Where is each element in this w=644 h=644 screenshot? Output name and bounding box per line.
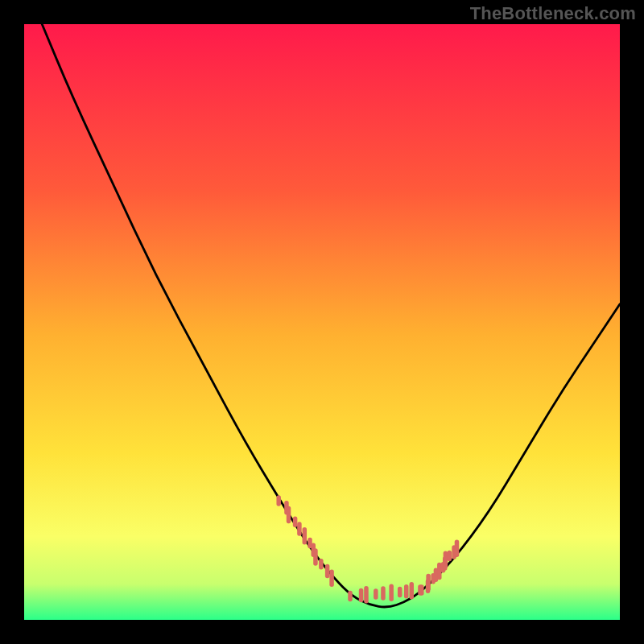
plot-area: [24, 24, 620, 620]
svg-rect-0: [24, 24, 620, 620]
bottleneck-curve-chart: [24, 24, 620, 620]
watermark-text: TheBottleneck.com: [470, 3, 636, 24]
chart-frame: TheBottleneck.com: [0, 0, 644, 644]
